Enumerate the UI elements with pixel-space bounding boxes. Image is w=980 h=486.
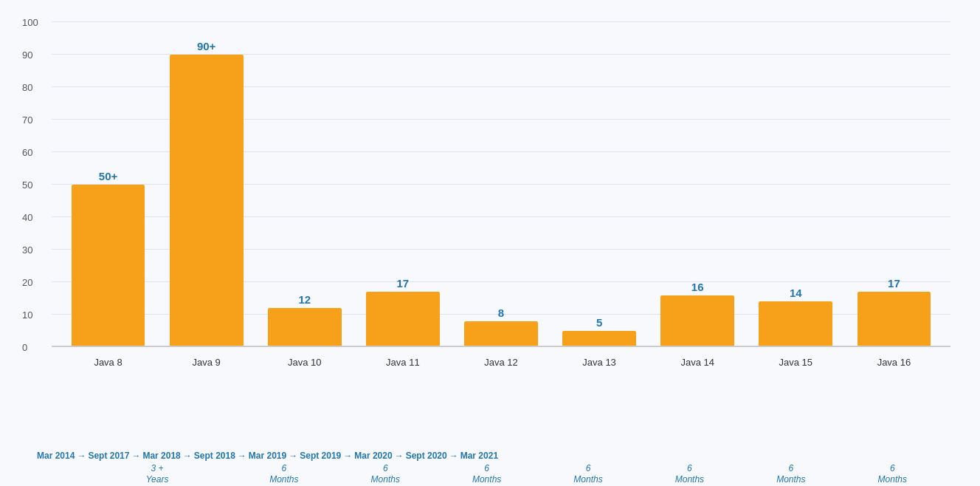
timeline-arrow-5: → (289, 451, 297, 461)
bar-label-8: Java 16 (877, 357, 911, 368)
timeline-date-0: Mar 2014 (37, 451, 75, 461)
bar-value-8: 17 (888, 277, 900, 290)
y-label-40: 40 (22, 212, 32, 223)
bar-value-6: 16 (691, 281, 704, 293)
bar-group-6: 16Java 14 (649, 281, 747, 347)
timeline-date-6: Mar 2020 (354, 451, 392, 461)
bar-group-3: 17Java 11 (353, 277, 452, 347)
timeline-date-7: Sept 2020 (406, 451, 447, 461)
bar-value-4: 8 (498, 307, 504, 319)
y-label-100: 100 (22, 17, 38, 28)
duration-5: 6 Months (639, 463, 740, 486)
timeline-date-1: Sept 2017 (88, 451, 129, 461)
duration-1: 6 Months (233, 463, 334, 486)
bar-group-5: 5Java 13 (551, 316, 649, 347)
bar-value-1: 90+ (197, 40, 215, 52)
y-label-50: 50 (22, 179, 32, 191)
bar-7 (759, 301, 832, 347)
timeline-arrow-8: → (449, 451, 458, 461)
duration-6: 6 Months (740, 463, 841, 486)
timeline-date-3: Sept 2018 (194, 451, 235, 461)
durations-row: 3 + Years6 Months6 Months6 Months6 Month… (30, 463, 950, 486)
y-label-70: 70 (22, 114, 32, 126)
y-label-30: 30 (22, 244, 32, 256)
y-label-0: 0 (22, 342, 27, 353)
bar-group-0: 50+Java 8 (59, 170, 157, 347)
bar-3 (366, 292, 440, 347)
bar-group-4: 8Java 12 (452, 307, 550, 347)
bar-value-3: 17 (397, 277, 410, 290)
chart-area: 0 10 20 30 40 50 60 (52, 22, 950, 347)
bottom-section: Mar 2014→Sept 2017→Mar 2018→Sept 2018→Ma… (30, 424, 950, 486)
timeline-arrow-1: → (77, 451, 86, 461)
bar-group-7: 14Java 15 (747, 287, 845, 347)
y-label-90: 90 (22, 49, 32, 61)
axis-line (52, 346, 950, 347)
bar-8 (858, 292, 931, 347)
bar-label-6: Java 14 (680, 357, 714, 368)
bar-2 (268, 308, 342, 347)
dates-row: Mar 2014→Sept 2017→Mar 2018→Sept 2018→Ma… (30, 451, 950, 461)
bar-value-2: 12 (298, 293, 311, 306)
duration-3: 6 Months (436, 463, 537, 486)
bar-group-1: 90+Java 9 (157, 40, 255, 347)
bar-group-8: 17Java 16 (845, 277, 943, 347)
bar-label-3: Java 11 (386, 357, 420, 368)
bar-value-0: 50+ (99, 170, 117, 182)
bars-wrapper: 50+Java 890+Java 912Java 1017Java 118Jav… (52, 22, 950, 347)
timeline-date-8: Mar 2021 (460, 451, 498, 461)
bar-label-0: Java 8 (94, 357, 122, 368)
timeline-arrow-7: → (395, 451, 404, 461)
bar-label-4: Java 12 (484, 357, 518, 368)
bar-0 (72, 185, 145, 347)
duration-0: 3 + Years (37, 463, 233, 486)
y-label-10: 10 (22, 309, 32, 321)
bar-1 (170, 55, 244, 347)
y-label-20: 20 (22, 277, 32, 288)
bar-label-2: Java 10 (288, 357, 322, 368)
bar-group-2: 12Java 10 (255, 293, 353, 347)
bar-label-7: Java 15 (779, 357, 813, 368)
duration-4: 6 Months (537, 463, 638, 486)
duration-7: 6 Months (842, 463, 943, 486)
timeline-date-4: Mar 2019 (249, 451, 286, 461)
duration-2: 6 Months (335, 463, 436, 486)
timeline-arrow-3: → (183, 451, 192, 461)
bar-6 (660, 295, 734, 347)
timeline-arrow-2: → (131, 451, 140, 461)
y-label-60: 60 (22, 147, 32, 158)
bar-label-1: Java 9 (193, 357, 221, 368)
timeline-arrow-4: → (238, 451, 246, 461)
bar-4 (464, 321, 538, 347)
bar-value-7: 14 (790, 287, 802, 299)
bar-5 (562, 331, 636, 347)
timeline-date-5: Sept 2019 (300, 451, 341, 461)
bar-label-5: Java 13 (582, 357, 616, 368)
chart-container: 0 10 20 30 40 50 60 (0, 0, 980, 486)
timeline-arrow-6: → (343, 451, 352, 461)
bar-value-5: 5 (596, 316, 602, 329)
timeline-date-2: Mar 2018 (142, 451, 180, 461)
y-label-80: 80 (22, 82, 32, 93)
